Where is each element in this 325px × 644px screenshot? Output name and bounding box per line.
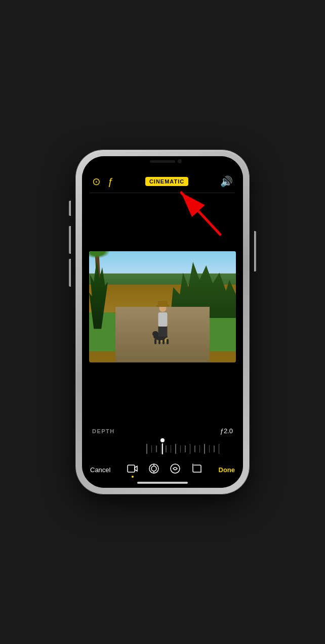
volume-down-button[interactable] [69, 259, 71, 287]
svg-rect-2 [128, 465, 135, 472]
svg-point-7 [171, 464, 180, 473]
sky [89, 251, 236, 273]
live-photo-icon[interactable]: ⊙ [92, 175, 101, 188]
phone-screen: ⊙ ƒ CINEMATIC 🔊 [82, 156, 243, 488]
depth-section: DEPTH ƒ2.0 [82, 420, 243, 458]
phone-frame: ⊙ ƒ CINEMATIC 🔊 [76, 150, 249, 494]
notch [132, 156, 193, 168]
crop-icon[interactable] [191, 463, 202, 477]
depth-label: DEPTH [92, 428, 115, 434]
person [156, 305, 169, 338]
video-edit-icon[interactable] [127, 464, 138, 476]
front-camera [178, 159, 182, 163]
cinematic-badge: CINEMATIC [145, 177, 188, 186]
depth-slider[interactable] [92, 439, 233, 454]
svg-point-4 [151, 466, 156, 471]
home-indicator [82, 482, 243, 488]
mute-button[interactable] [69, 201, 71, 216]
focus-icon[interactable]: ƒ [108, 176, 113, 188]
bottom-toolbar: Cancel [82, 458, 243, 481]
video-dot [132, 476, 134, 478]
app-screen: ⊙ ƒ CINEMATIC 🔊 [82, 156, 243, 488]
sound-icon[interactable]: 🔊 [220, 175, 233, 188]
slider-center-line [162, 443, 163, 454]
toolbar-icons [127, 463, 202, 477]
filter-icon[interactable] [170, 463, 181, 477]
adjust-icon[interactable] [148, 463, 159, 477]
home-bar [137, 482, 188, 484]
done-button[interactable]: Done [219, 466, 235, 474]
scene [89, 251, 236, 362]
slider-dot [160, 438, 165, 442]
speaker [150, 160, 175, 163]
top-bar-left: ⊙ ƒ [92, 175, 113, 188]
video-frame[interactable] [89, 251, 236, 362]
volume-up-button[interactable] [69, 226, 71, 254]
cancel-button[interactable]: Cancel [90, 466, 110, 474]
depth-row: DEPTH ƒ2.0 [92, 427, 233, 435]
depth-value: ƒ2.0 [220, 427, 233, 435]
video-container [82, 193, 243, 420]
power-button[interactable] [254, 231, 256, 271]
